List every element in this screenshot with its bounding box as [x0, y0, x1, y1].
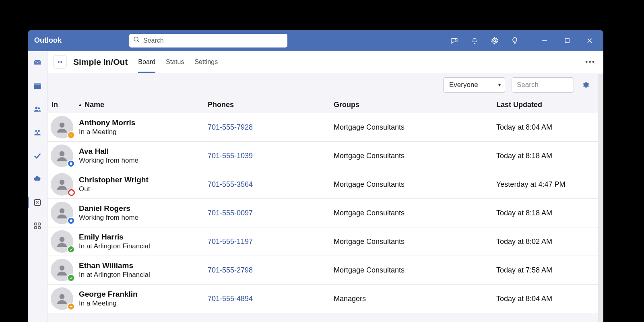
col-header-phones[interactable]: Phones: [208, 101, 334, 109]
tab-status[interactable]: Status: [166, 51, 184, 73]
svg-point-22: [60, 151, 65, 156]
updated-cell: Today at 7:58 AM: [496, 266, 598, 275]
global-search: [129, 34, 287, 47]
group-filter-dropdown[interactable]: Everyone ▾: [443, 77, 505, 93]
settings-gear-icon[interactable]: [487, 33, 503, 49]
phone-link[interactable]: 701-555-1197: [208, 237, 253, 246]
person-name: Emily Harris: [79, 232, 208, 242]
lightbulb-icon[interactable]: [507, 33, 523, 49]
person-name: Ava Hall: [79, 147, 208, 156]
board-settings-icon[interactable]: [580, 79, 592, 91]
onedrive-icon[interactable]: [31, 173, 44, 186]
svg-rect-15: [35, 223, 37, 225]
col-header-groups[interactable]: Groups: [334, 101, 496, 109]
more-apps-icon[interactable]: [31, 219, 44, 232]
more-menu[interactable]: •••: [585, 58, 595, 66]
phone-link[interactable]: 701-555-1039: [208, 152, 253, 160]
table-row[interactable]: George FranklinIn a Meeting701-555-4894M…: [47, 284, 598, 313]
calendar-icon[interactable]: [31, 79, 44, 92]
group-cell: Mortgage Consultants: [334, 123, 496, 132]
updated-cell: Today at 8:18 AM: [496, 152, 598, 160]
phone-cell: 701-555-1197: [208, 237, 334, 246]
maximize-icon[interactable]: [559, 33, 575, 49]
app-title: Outlook: [34, 36, 62, 45]
group-cell: Mortgage Consultants: [334, 209, 496, 217]
todo-icon[interactable]: [31, 149, 44, 162]
svg-line-1: [138, 41, 139, 42]
avatar: [51, 173, 79, 196]
col-header-updated[interactable]: Last Updated: [496, 101, 598, 109]
groups-icon[interactable]: [31, 126, 44, 139]
col-header-in[interactable]: In: [51, 101, 79, 109]
person-status: In at Arlington Financial: [79, 242, 208, 251]
updated-cell: Today at 8:02 AM: [496, 237, 598, 246]
phone-link[interactable]: 701-555-7928: [208, 123, 253, 131]
table-row[interactable]: Daniel RogersWorking from home701-555-00…: [47, 198, 598, 227]
mail-icon[interactable]: [31, 56, 44, 69]
status-badge: [67, 274, 75, 282]
status-badge: [68, 189, 75, 196]
close-icon[interactable]: [582, 33, 598, 49]
app-header: Simple In/Out Board Status Settings •••: [47, 51, 603, 73]
svg-point-20: [60, 122, 65, 128]
board-search-input[interactable]: [512, 77, 574, 93]
table-row[interactable]: Emily HarrisIn at Arlington Financial701…: [47, 227, 598, 256]
name-cell: George FranklinIn a Meeting: [79, 289, 208, 308]
search-input[interactable]: [143, 37, 283, 44]
person-status: Working from home: [79, 213, 208, 222]
person-name: Daniel Rogers: [79, 204, 208, 213]
group-filter-value: Everyone: [449, 81, 478, 89]
tab-board[interactable]: Board: [138, 51, 155, 73]
phone-link[interactable]: 701-555-0097: [208, 209, 253, 217]
app-logo: [53, 55, 67, 69]
name-cell: Christopher WrightOut: [79, 175, 208, 194]
search-box[interactable]: [129, 34, 287, 47]
body: Simple In/Out Board Status Settings ••• …: [28, 51, 603, 322]
group-cell: Mortgage Consultants: [334, 237, 496, 246]
phone-link[interactable]: 701-555-4894: [208, 295, 253, 303]
sort-asc-icon: ▴: [79, 102, 81, 107]
chat-icon[interactable]: [446, 33, 462, 49]
status-badge: [67, 303, 75, 310]
svg-rect-17: [35, 227, 37, 229]
simple-inout-icon[interactable]: [31, 196, 44, 209]
bell-icon[interactable]: [466, 33, 483, 49]
table-row[interactable]: Anthony MorrisIn a Meeting701-555-7928Mo…: [47, 113, 598, 141]
person-name: George Franklin: [79, 289, 208, 299]
status-badge: [67, 160, 75, 167]
updated-cell: Yesterday at 4:47 PM: [496, 180, 598, 189]
table-header: In ▴ Name Phones Groups Last Updated: [47, 97, 598, 113]
app-name: Simple In/Out: [73, 57, 128, 67]
svg-point-11: [35, 130, 37, 132]
svg-point-26: [60, 265, 65, 270]
table-row[interactable]: Christopher WrightOut701-555-3564Mortgag…: [47, 170, 598, 198]
status-badge: [67, 246, 75, 253]
svg-point-24: [60, 208, 65, 213]
tab-settings[interactable]: Settings: [194, 51, 218, 73]
avatar: [51, 230, 79, 253]
svg-point-25: [60, 237, 65, 242]
svg-rect-21: [70, 135, 72, 135]
phone-cell: 701-555-4894: [208, 295, 334, 303]
table-row[interactable]: Ava HallWorking from home701-555-1039Mor…: [47, 141, 598, 170]
col-header-name[interactable]: ▴ Name: [79, 101, 208, 109]
svg-rect-4: [565, 39, 569, 43]
scrollbar[interactable]: [598, 74, 603, 322]
left-rail: [28, 51, 47, 322]
svg-point-9: [35, 107, 37, 109]
group-cell: Mortgage Consultants: [334, 180, 496, 189]
people-icon[interactable]: [31, 103, 44, 116]
person-status: In a Meeting: [79, 128, 208, 136]
phone-cell: 701-555-1039: [208, 152, 334, 160]
svg-rect-18: [38, 227, 41, 229]
phone-link[interactable]: 701-555-3564: [208, 180, 253, 188]
phone-cell: 701-555-2798: [208, 266, 334, 275]
minimize-icon[interactable]: [537, 33, 553, 49]
svg-point-0: [134, 37, 138, 41]
table-row[interactable]: Ethan WilliamsIn at Arlington Financial7…: [47, 256, 598, 284]
svg-point-10: [38, 107, 40, 109]
window-controls: [537, 33, 598, 49]
svg-point-2: [494, 39, 496, 41]
name-cell: Emily HarrisIn at Arlington Financial: [79, 232, 208, 251]
phone-link[interactable]: 701-555-2798: [208, 266, 253, 274]
